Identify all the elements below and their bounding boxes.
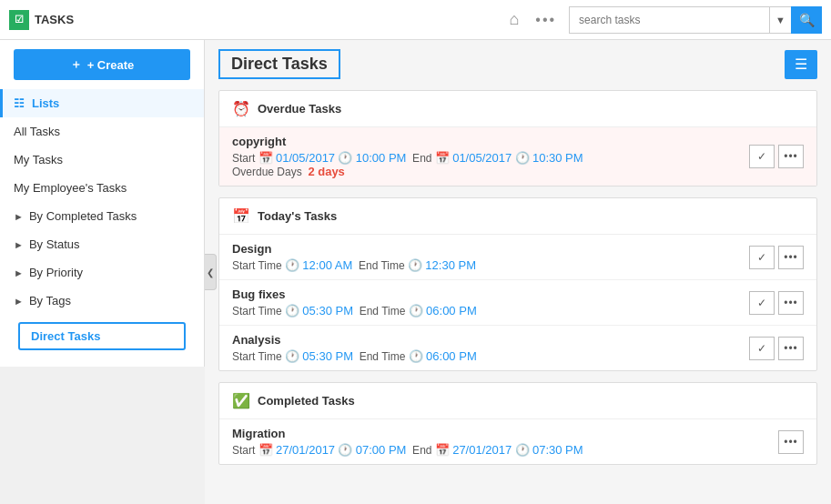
app-title: TASKS: [35, 13, 74, 26]
task-name: copyright: [232, 135, 749, 148]
task-check-button[interactable]: ✓: [749, 337, 775, 360]
today-section-title: Today's Tasks: [258, 209, 337, 223]
clock-icon-end: 🕐: [515, 151, 530, 165]
task-actions: ✓ •••: [749, 145, 804, 168]
create-label: + Create: [87, 58, 135, 72]
search-dropdown-btn[interactable]: ▼: [769, 6, 791, 34]
task-check-button[interactable]: ✓: [749, 291, 775, 315]
today-tasks-section: 📅 Today's Tasks Design Start Time 🕐 12:0…: [218, 197, 817, 371]
end-time: 06:00 PM: [426, 349, 477, 363]
task-row: copyright Start 📅 01/05/2017 🕐 10:00 PM …: [219, 127, 816, 186]
task-more-button[interactable]: •••: [778, 145, 804, 168]
chevron-icon: ►: [14, 267, 24, 278]
sidebar-item-my-tasks[interactable]: My Tasks: [0, 146, 204, 174]
chevron-icon: ►: [14, 296, 24, 307]
my-tasks-label: My Tasks: [14, 153, 63, 166]
by-completed-label: By Completed Tasks: [29, 209, 137, 223]
app-header: ☑ TASKS ⌂ ••• ▼ 🔍: [0, 0, 831, 40]
clock-icon: 🕐: [285, 258, 299, 272]
sidebar-item-by-tags[interactable]: ► By Tags: [0, 287, 204, 315]
content-header: Direct Tasks ☰: [218, 49, 817, 79]
task-more-button[interactable]: •••: [778, 430, 804, 454]
sidebar-item-direct-tasks[interactable]: Direct Tasks: [18, 322, 186, 350]
task-row: Migration Start 📅 27/01/2017 🕐 07:00 PM …: [219, 419, 816, 464]
clock-icon: 🕐: [338, 151, 352, 165]
sidebar-item-by-completed[interactable]: ► By Completed Tasks: [0, 202, 204, 230]
task-info: Migration Start 📅 27/01/2017 🕐 07:00 PM …: [232, 427, 778, 457]
clock-icon: 🕐: [285, 304, 299, 318]
menu-button[interactable]: ☰: [785, 50, 817, 79]
by-tags-label: By Tags: [29, 294, 71, 307]
task-row: Design Start Time 🕐 12:00 AM End Time 🕐 …: [219, 235, 816, 280]
completed-section-title: Completed Tasks: [258, 394, 355, 408]
home-icon[interactable]: ⌂: [505, 6, 522, 33]
sidebar-item-lists[interactable]: ☷ Lists: [0, 89, 204, 117]
overdue-icon: ⏰: [232, 100, 250, 117]
task-actions: ✓ •••: [749, 246, 804, 269]
task-info: Design Start Time 🕐 12:00 AM End Time 🕐 …: [232, 242, 749, 272]
start-time: 05:30 PM: [302, 349, 353, 363]
calendar-icon-end: 📅: [435, 151, 450, 165]
lists-label: Lists: [32, 96, 59, 110]
task-more-button[interactable]: •••: [778, 337, 804, 360]
task-times: Start 📅 27/01/2017 🕐 07:00 PM End 📅 27/0…: [232, 443, 778, 457]
task-info: copyright Start 📅 01/05/2017 🕐 10:00 PM …: [232, 135, 749, 178]
sidebar-wrapper: ＋ + Create ☷ Lists All Tasks My Tasks My…: [0, 40, 205, 504]
task-name: Design: [232, 242, 749, 256]
chevron-icon: ►: [14, 211, 24, 222]
task-row: Analysis Start Time 🕐 05:30 PM End Time …: [219, 326, 816, 370]
end-time: 10:30 PM: [532, 151, 583, 165]
task-more-button[interactable]: •••: [778, 291, 804, 315]
sidebar-item-by-priority[interactable]: ► By Priority: [0, 258, 204, 287]
task-actions: ✓ •••: [749, 337, 804, 360]
start-time: 12:00 AM: [302, 258, 352, 272]
task-times: Start Time 🕐 05:30 PM End Time 🕐 06:00 P…: [232, 304, 749, 318]
task-actions: •••: [778, 430, 804, 454]
task-name: Migration: [232, 427, 778, 440]
clock-icon: 🕐: [338, 443, 352, 457]
search-container: ▼ 🔍: [569, 6, 822, 34]
task-info: Analysis Start Time 🕐 05:30 PM End Time …: [232, 333, 749, 363]
main-layout: ＋ + Create ☷ Lists All Tasks My Tasks My…: [0, 40, 831, 504]
completed-icon: ✅: [232, 392, 250, 409]
start-date: 27/01/2017: [276, 443, 335, 457]
clock-icon-end: 🕐: [408, 258, 422, 272]
task-more-button[interactable]: •••: [778, 246, 804, 269]
create-button[interactable]: ＋ + Create: [14, 49, 190, 80]
task-name: Bug fixes: [232, 287, 749, 301]
completed-tasks-section: ✅ Completed Tasks Migration Start 📅 27/0…: [218, 382, 817, 465]
sidebar-item-all-tasks[interactable]: All Tasks: [0, 117, 204, 146]
sidebar-item-employee-tasks[interactable]: My Employee's Tasks: [0, 174, 204, 202]
start-time: 05:30 PM: [302, 304, 353, 318]
task-check-button[interactable]: ✓: [749, 246, 775, 269]
page-title: Direct Tasks: [218, 49, 340, 79]
direct-tasks-sidebar-label: Direct Tasks: [31, 329, 100, 343]
search-input[interactable]: [569, 6, 769, 34]
more-options-icon[interactable]: •••: [532, 8, 560, 32]
sidebar-collapse-button[interactable]: ❮: [205, 254, 217, 290]
overdue-days-value: 2 days: [308, 165, 344, 178]
chevron-icon: ►: [14, 239, 24, 250]
by-status-label: By Status: [29, 237, 80, 251]
search-button[interactable]: 🔍: [791, 6, 822, 34]
start-time: 10:00 PM: [356, 151, 407, 165]
calendar-icon: 📅: [258, 151, 273, 165]
overdue-section-title: Overdue Tasks: [258, 102, 341, 116]
main-content: Direct Tasks ☰ ⏰ Overdue Tasks copyright…: [205, 40, 831, 504]
end-time: 12:30 PM: [425, 258, 476, 272]
task-actions: ✓ •••: [749, 291, 804, 315]
end-time: 06:00 PM: [426, 304, 477, 318]
end-date: 01/05/2017: [452, 151, 512, 165]
task-times: Start Time 🕐 12:00 AM End Time 🕐 12:30 P…: [232, 258, 749, 272]
all-tasks-label: All Tasks: [14, 125, 60, 138]
clock-icon: 🕐: [285, 349, 299, 363]
logo-icon: ☑: [9, 10, 29, 30]
task-check-button[interactable]: ✓: [749, 145, 775, 168]
calendar-icon: 📅: [258, 443, 273, 457]
app-logo: ☑ TASKS: [9, 10, 74, 30]
today-section-header: 📅 Today's Tasks: [219, 198, 816, 235]
grid-icon: ☷: [14, 96, 25, 110]
employee-tasks-label: My Employee's Tasks: [14, 181, 127, 195]
sidebar-item-by-status[interactable]: ► By Status: [0, 230, 204, 258]
end-date: 27/01/2017: [452, 443, 512, 457]
